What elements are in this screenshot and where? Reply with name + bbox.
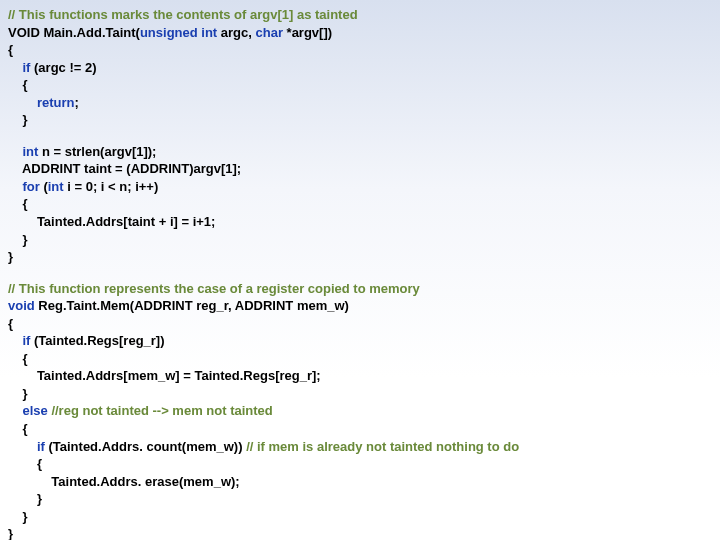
code-line: { bbox=[8, 76, 712, 94]
code-text: i = 0; i < n; i++) bbox=[64, 179, 159, 194]
code-text: (argc != 2) bbox=[30, 60, 96, 75]
code-text: } bbox=[8, 509, 28, 524]
keyword-text: if bbox=[37, 439, 45, 454]
code-line: VOID Main.Add.Taint(unsigned int argc, c… bbox=[8, 24, 712, 42]
code-text: ( bbox=[40, 179, 48, 194]
code-line: if (Tainted.Addrs. count(mem_w)) // if m… bbox=[8, 438, 712, 456]
code-text bbox=[8, 144, 22, 159]
code-text: ; bbox=[74, 95, 78, 110]
keyword-text: void bbox=[8, 298, 35, 313]
code-block: int n = strlen(argv[1]); ADDRINT taint =… bbox=[8, 143, 712, 266]
code-text: VOID Main.Add.Taint( bbox=[8, 25, 140, 40]
code-text: { bbox=[8, 196, 28, 211]
code-text bbox=[8, 439, 37, 454]
code-line: { bbox=[8, 315, 712, 333]
code-line: void Reg.Taint.Mem(ADDRINT reg_r, ADDRIN… bbox=[8, 297, 712, 315]
code-text: } bbox=[8, 526, 13, 540]
code-text bbox=[8, 179, 22, 194]
keyword-text: int bbox=[48, 179, 64, 194]
code-text: { bbox=[8, 351, 28, 366]
code-line: { bbox=[8, 420, 712, 438]
code-text: { bbox=[8, 456, 42, 471]
code-text: argc, bbox=[217, 25, 255, 40]
code-line: } bbox=[8, 111, 712, 129]
code-text bbox=[8, 95, 37, 110]
keyword-text: else bbox=[22, 403, 47, 418]
code-text: } bbox=[8, 112, 28, 127]
code-line: } bbox=[8, 385, 712, 403]
code-line: for (int i = 0; i < n; i++) bbox=[8, 178, 712, 196]
keyword-text: return bbox=[37, 95, 75, 110]
keyword-text: int bbox=[22, 144, 38, 159]
code-line: // This functions marks the contents of … bbox=[8, 6, 712, 24]
keyword-text: char bbox=[256, 25, 283, 40]
code-text: } bbox=[8, 249, 13, 264]
code-text bbox=[8, 60, 22, 75]
comment-text: // This functions marks the contents of … bbox=[8, 7, 358, 22]
code-line: if (Tainted.Regs[reg_r]) bbox=[8, 332, 712, 350]
code-text: (Tainted.Addrs. count(mem_w)) bbox=[45, 439, 246, 454]
code-line: int n = strlen(argv[1]); bbox=[8, 143, 712, 161]
code-text bbox=[8, 333, 22, 348]
code-text: Tainted.Addrs. erase(mem_w); bbox=[8, 474, 240, 489]
code-text: *argv[]) bbox=[283, 25, 332, 40]
keyword-text: for bbox=[22, 179, 39, 194]
comment-text: // if mem is already not tainted nothing… bbox=[246, 439, 519, 454]
code-text: { bbox=[8, 77, 28, 92]
code-text: } bbox=[8, 491, 42, 506]
code-text: Tainted.Addrs[mem_w] = Tainted.Regs[reg_… bbox=[8, 368, 321, 383]
code-text: ADDRINT taint = (ADDRINT)argv[1]; bbox=[8, 161, 241, 176]
code-line: ADDRINT taint = (ADDRINT)argv[1]; bbox=[8, 160, 712, 178]
code-text: } bbox=[8, 232, 28, 247]
code-line: Tainted.Addrs[mem_w] = Tainted.Regs[reg_… bbox=[8, 367, 712, 385]
comment-text: //reg not tainted --> mem not tainted bbox=[51, 403, 272, 418]
code-line: } bbox=[8, 525, 712, 540]
code-line: Tainted.Addrs[taint + i] = i+1; bbox=[8, 213, 712, 231]
code-text: Tainted.Addrs[taint + i] = i+1; bbox=[8, 214, 215, 229]
code-text: { bbox=[8, 421, 28, 436]
code-line: { bbox=[8, 350, 712, 368]
code-text: (Tainted.Regs[reg_r]) bbox=[30, 333, 164, 348]
code-text bbox=[8, 403, 22, 418]
code-line: return; bbox=[8, 94, 712, 112]
code-text: Reg.Taint.Mem(ADDRINT reg_r, ADDRINT mem… bbox=[35, 298, 349, 313]
code-line: { bbox=[8, 195, 712, 213]
code-line: } bbox=[8, 248, 712, 266]
code-line: { bbox=[8, 455, 712, 473]
code-line: } bbox=[8, 508, 712, 526]
comment-text: // This function represents the case of … bbox=[8, 281, 420, 296]
code-line: } bbox=[8, 490, 712, 508]
code-line: { bbox=[8, 41, 712, 59]
code-line: Tainted.Addrs. erase(mem_w); bbox=[8, 473, 712, 491]
code-text: { bbox=[8, 316, 13, 331]
code-block: // This functions marks the contents of … bbox=[8, 6, 712, 129]
code-slide: // This functions marks the contents of … bbox=[8, 6, 712, 540]
code-text: n = strlen(argv[1]); bbox=[38, 144, 156, 159]
code-text: } bbox=[8, 386, 28, 401]
code-line: // This function represents the case of … bbox=[8, 280, 712, 298]
code-text: { bbox=[8, 42, 13, 57]
code-block: // This function represents the case of … bbox=[8, 280, 712, 540]
code-line: if (argc != 2) bbox=[8, 59, 712, 77]
keyword-text: unsigned int bbox=[140, 25, 217, 40]
code-line: } bbox=[8, 231, 712, 249]
code-line: else //reg not tainted --> mem not taint… bbox=[8, 402, 712, 420]
